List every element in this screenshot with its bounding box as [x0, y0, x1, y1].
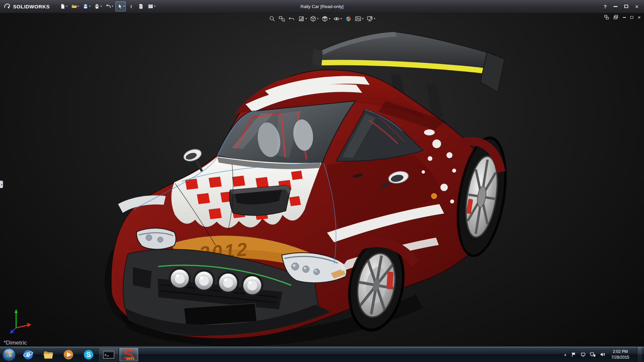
dropdown-caret[interactable]: ▾ — [89, 5, 90, 8]
solidworks-icon: 2015 — [123, 349, 135, 361]
hide-show-items-eye-icon — [333, 15, 340, 22]
minimize-document-button[interactable] — [623, 17, 626, 18]
dropdown-caret[interactable]: ▾ — [100, 5, 102, 8]
svg-text:S: S — [86, 351, 91, 358]
panel-flyout-arrow[interactable]: ◂ — [0, 181, 3, 188]
apply-scene-icon — [355, 15, 362, 22]
internet-explorer-icon: e — [23, 349, 34, 360]
action-center-flag-icon[interactable] — [571, 352, 576, 357]
maximize-button[interactable] — [624, 5, 628, 8]
taskbar-item-internet-explorer[interactable]: e — [18, 348, 38, 362]
new-document-icon — [60, 3, 66, 9]
window-controls: ? × — [604, 3, 644, 10]
rebuild-button[interactable] — [127, 1, 136, 11]
zoom-to-fit-icon — [269, 15, 275, 22]
hood-scoop — [229, 185, 290, 216]
graphics-viewport[interactable]: 2012 — [0, 13, 644, 347]
taskbar-item-messenger[interactable]: S — [79, 348, 98, 362]
app-name: SOLIDWORKS — [13, 4, 50, 9]
windows-taskbar: e S — [0, 347, 644, 362]
open-folder-icon — [71, 3, 77, 9]
apply-scene-button[interactable]: ▾ — [355, 15, 364, 22]
section-view-button[interactable]: ▾ — [298, 15, 307, 22]
standard-toolbar: ▾ ▾ ▾ — [58, 1, 157, 11]
heads-up-view-toolbar: ▾ ▾ ▾ ▾ — [266, 14, 377, 23]
view-settings-button[interactable]: ▾ — [366, 15, 376, 22]
previous-view-button[interactable] — [288, 15, 295, 22]
hidden-icons-button[interactable]: ▲ — [564, 353, 567, 356]
close-button[interactable]: × — [635, 3, 639, 10]
zoom-to-area-button[interactable] — [278, 15, 285, 22]
folder-icon — [43, 350, 54, 360]
edit-appearance-button[interactable] — [345, 15, 352, 22]
dropdown-caret[interactable]: ▾ — [66, 5, 67, 8]
taskbar-clock[interactable]: 2:02 PM 7/28/2015 — [609, 349, 631, 360]
new-document-button[interactable]: ▾ — [58, 1, 69, 11]
dropdown-caret[interactable]: ▾ — [305, 17, 307, 20]
zoom-to-area-icon — [278, 15, 285, 22]
taskbar-item-command-prompt[interactable] — [99, 348, 118, 362]
zoom-to-fit-button[interactable] — [268, 15, 276, 22]
taskbar-item-windows-explorer[interactable] — [39, 348, 58, 362]
edit-appearance-sphere-icon — [345, 15, 352, 22]
close-document-button[interactable]: × — [638, 15, 641, 20]
undo-button[interactable]: ▾ — [104, 1, 114, 11]
dropdown-caret[interactable]: ▾ — [154, 5, 155, 8]
rebuild-traffic-light-icon — [128, 3, 134, 9]
command-prompt-icon — [103, 350, 115, 360]
system-tray: ▲ 2:02 PM 7/28/2015 — [564, 347, 644, 362]
hide-show-items-button[interactable]: ▾ — [333, 15, 342, 22]
volume-icon[interactable] — [600, 352, 605, 357]
minimize-button[interactable] — [613, 6, 618, 7]
taskbar-item-solidworks-2015[interactable]: 2015 — [119, 348, 139, 362]
headlight-left — [137, 228, 176, 249]
view-orientation-icon — [310, 15, 316, 22]
media-player-icon — [63, 349, 74, 360]
select-button[interactable]: ▾ — [115, 1, 126, 11]
view-settings-icon — [367, 15, 373, 22]
display-monitor-icon[interactable] — [581, 352, 586, 357]
document-window-controls: × — [604, 15, 641, 20]
save-button[interactable]: ▾ — [81, 1, 92, 11]
messenger-icon: S — [83, 349, 94, 360]
titlebar: SOLIDWORKS ▾ ▾ — [0, 0, 644, 13]
restore-document-button[interactable] — [630, 16, 633, 19]
help-button[interactable]: ? — [604, 4, 607, 9]
orientation-triad — [9, 308, 32, 334]
display-style-icon — [321, 15, 328, 22]
print-icon — [94, 3, 100, 9]
show-desktop-button[interactable] — [637, 347, 642, 362]
display-style-button[interactable]: ▾ — [321, 15, 330, 22]
tile-window-icon[interactable] — [604, 15, 609, 20]
open-button[interactable]: ▾ — [70, 1, 80, 11]
taskbar-item-media-player[interactable] — [59, 348, 78, 362]
clock-date: 7/28/2015 — [611, 355, 629, 360]
view-orientation-label: *Dimetric — [4, 340, 27, 346]
section-view-icon — [298, 15, 305, 22]
dropdown-caret[interactable]: ▾ — [329, 17, 330, 20]
start-button[interactable] — [0, 347, 18, 362]
print-button[interactable]: ▾ — [93, 1, 103, 11]
solidworks-window: SOLIDWORKS ▾ ▾ — [0, 0, 644, 362]
save-icon — [83, 3, 89, 9]
dropdown-caret[interactable]: ▾ — [77, 5, 79, 8]
clock-time: 2:02 PM — [611, 349, 629, 354]
file-properties-button[interactable] — [137, 1, 145, 11]
cascade-window-icon[interactable] — [613, 15, 619, 20]
dassault-logo-icon — [3, 3, 11, 10]
rally-car-model[interactable]: 2012 — [0, 13, 644, 347]
dropdown-caret[interactable]: ▾ — [362, 17, 364, 20]
undo-icon — [105, 3, 111, 9]
dropdown-caret[interactable]: ▾ — [112, 5, 113, 8]
solidworks-logo: SOLIDWORKS — [0, 3, 54, 10]
view-orientation-button[interactable]: ▾ — [309, 15, 319, 22]
network-icon[interactable] — [590, 352, 596, 357]
windows-start-orb-icon — [2, 348, 16, 362]
select-arrow-icon — [117, 3, 123, 9]
dropdown-caret[interactable]: ▾ — [317, 17, 318, 20]
dropdown-caret[interactable]: ▾ — [123, 5, 124, 8]
options-button[interactable]: ▾ — [146, 1, 157, 11]
options-icon — [148, 3, 154, 9]
dropdown-caret[interactable]: ▾ — [374, 17, 375, 20]
dropdown-caret[interactable]: ▾ — [341, 17, 342, 20]
